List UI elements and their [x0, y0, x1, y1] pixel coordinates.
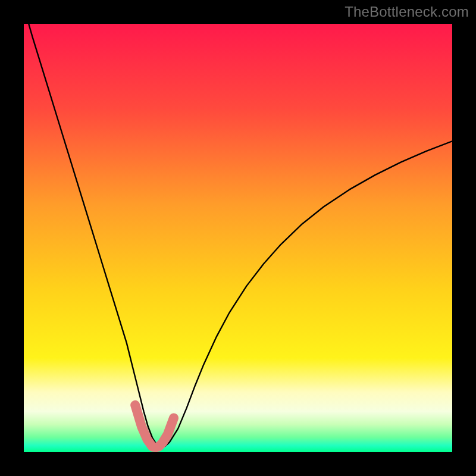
plot-area: [24, 24, 452, 452]
chart-frame: TheBottleneck.com: [0, 0, 476, 476]
plot-svg: [24, 24, 452, 452]
gradient-background: [24, 24, 452, 452]
watermark-text: TheBottleneck.com: [345, 4, 469, 20]
